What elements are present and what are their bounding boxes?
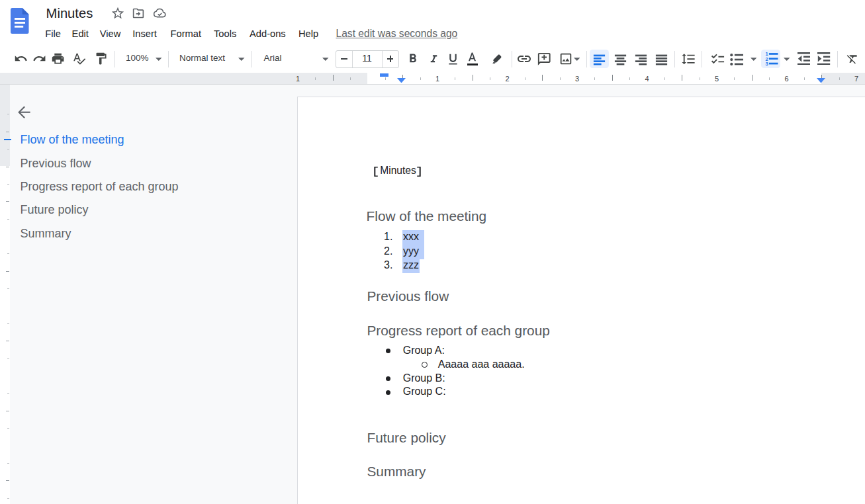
svg-text:3: 3 <box>766 61 768 66</box>
